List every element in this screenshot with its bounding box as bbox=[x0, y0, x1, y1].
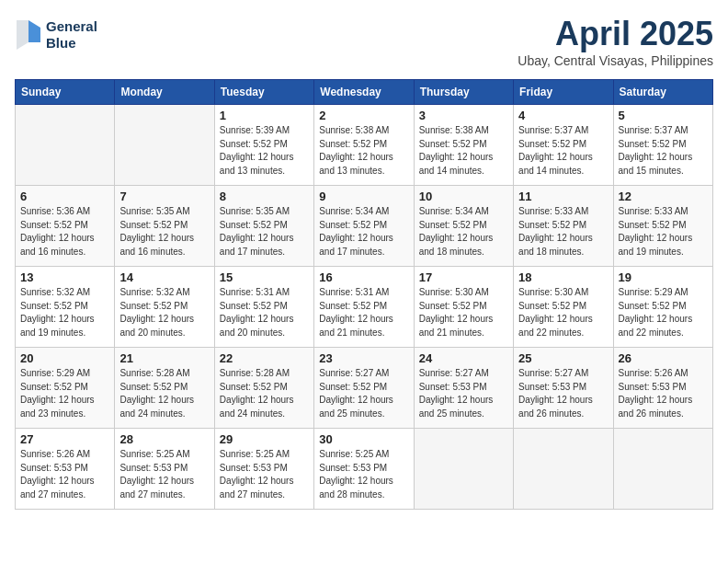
title-area: April 2025 Ubay, Central Visayas, Philip… bbox=[518, 15, 713, 68]
sunrise-text: Sunrise: 5:25 AM bbox=[119, 449, 189, 459]
sunrise-text: Sunrise: 5:38 AM bbox=[419, 125, 489, 135]
sunrise-text: Sunrise: 5:31 AM bbox=[220, 287, 290, 297]
daylight-text: Daylight: 12 hours and 13 minutes. bbox=[319, 152, 393, 176]
calendar-cell: 30Sunrise: 5:25 AMSunset: 5:53 PMDayligh… bbox=[314, 429, 414, 510]
day-number: 5 bbox=[619, 109, 708, 122]
logo-flag-icon bbox=[15, 18, 42, 52]
sunrise-text: Sunrise: 5:35 AM bbox=[220, 206, 290, 216]
calendar-cell: 14Sunrise: 5:32 AMSunset: 5:52 PMDayligh… bbox=[115, 267, 214, 348]
day-info: Sunrise: 5:37 AMSunset: 5:52 PMDaylight:… bbox=[518, 124, 608, 178]
daylight-text: Daylight: 12 hours and 20 minutes. bbox=[119, 314, 194, 338]
day-number: 30 bbox=[319, 432, 408, 446]
day-info: Sunrise: 5:35 AMSunset: 5:52 PMDaylight:… bbox=[220, 205, 309, 259]
sunrise-text: Sunrise: 5:37 AM bbox=[619, 125, 688, 135]
day-info: Sunrise: 5:32 AMSunset: 5:52 PMDaylight:… bbox=[119, 286, 209, 339]
calendar-cell: 10Sunrise: 5:34 AMSunset: 5:52 PMDayligh… bbox=[414, 186, 513, 267]
sunrise-text: Sunrise: 5:34 AM bbox=[419, 206, 489, 216]
sunset-text: Sunset: 5:53 PM bbox=[319, 463, 387, 473]
day-info: Sunrise: 5:39 AMSunset: 5:52 PMDaylight:… bbox=[220, 124, 309, 178]
sunset-text: Sunset: 5:52 PM bbox=[518, 139, 586, 149]
day-number: 3 bbox=[419, 109, 508, 122]
daylight-text: Daylight: 12 hours and 26 minutes. bbox=[518, 395, 593, 419]
day-info: Sunrise: 5:31 AMSunset: 5:52 PMDaylight:… bbox=[220, 286, 309, 339]
logo-text: GeneralBlue bbox=[46, 18, 97, 52]
sunrise-text: Sunrise: 5:27 AM bbox=[319, 368, 389, 378]
day-info: Sunrise: 5:25 AMSunset: 5:53 PMDaylight:… bbox=[220, 448, 309, 501]
sunrise-text: Sunrise: 5:34 AM bbox=[319, 206, 389, 216]
day-info: Sunrise: 5:30 AMSunset: 5:52 PMDaylight:… bbox=[419, 286, 508, 339]
day-number: 8 bbox=[220, 190, 309, 203]
sunrise-text: Sunrise: 5:27 AM bbox=[518, 368, 588, 378]
day-number: 11 bbox=[518, 190, 608, 203]
day-number: 29 bbox=[220, 432, 309, 446]
calendar-cell bbox=[414, 429, 513, 510]
day-info: Sunrise: 5:29 AMSunset: 5:52 PMDaylight:… bbox=[20, 367, 109, 420]
day-number: 26 bbox=[619, 351, 708, 365]
day-number: 27 bbox=[20, 432, 109, 446]
sunset-text: Sunset: 5:52 PM bbox=[319, 220, 387, 230]
day-info: Sunrise: 5:38 AMSunset: 5:52 PMDaylight:… bbox=[419, 124, 508, 178]
day-info: Sunrise: 5:30 AMSunset: 5:52 PMDaylight:… bbox=[518, 286, 608, 339]
day-info: Sunrise: 5:27 AMSunset: 5:52 PMDaylight:… bbox=[319, 367, 408, 420]
sunset-text: Sunset: 5:52 PM bbox=[220, 301, 288, 311]
day-number: 24 bbox=[419, 351, 508, 365]
calendar-cell: 13Sunrise: 5:32 AMSunset: 5:52 PMDayligh… bbox=[16, 267, 115, 348]
daylight-text: Daylight: 12 hours and 24 minutes. bbox=[119, 395, 194, 419]
sunset-text: Sunset: 5:53 PM bbox=[518, 382, 586, 392]
sunset-text: Sunset: 5:52 PM bbox=[518, 301, 586, 311]
calendar-cell: 24Sunrise: 5:27 AMSunset: 5:53 PMDayligh… bbox=[414, 348, 513, 429]
calendar-cell: 21Sunrise: 5:28 AMSunset: 5:52 PMDayligh… bbox=[115, 348, 214, 429]
month-title: April 2025 bbox=[518, 15, 713, 53]
day-number: 17 bbox=[419, 270, 508, 284]
daylight-text: Daylight: 12 hours and 19 minutes. bbox=[619, 233, 693, 257]
sunset-text: Sunset: 5:53 PM bbox=[20, 463, 88, 473]
daylight-text: Daylight: 12 hours and 15 minutes. bbox=[619, 152, 693, 176]
sunrise-text: Sunrise: 5:28 AM bbox=[220, 368, 290, 378]
calendar-cell: 1Sunrise: 5:39 AMSunset: 5:52 PMDaylight… bbox=[214, 105, 313, 186]
day-info: Sunrise: 5:28 AMSunset: 5:52 PMDaylight:… bbox=[220, 367, 309, 420]
calendar-cell: 29Sunrise: 5:25 AMSunset: 5:53 PMDayligh… bbox=[214, 429, 313, 510]
svg-marker-1 bbox=[17, 20, 28, 50]
daylight-text: Daylight: 12 hours and 21 minutes. bbox=[319, 314, 393, 338]
daylight-text: Daylight: 12 hours and 22 minutes. bbox=[518, 314, 593, 338]
sunset-text: Sunset: 5:52 PM bbox=[419, 139, 487, 149]
calendar-cell: 2Sunrise: 5:38 AMSunset: 5:52 PMDaylight… bbox=[314, 105, 414, 186]
calendar-cell: 12Sunrise: 5:33 AMSunset: 5:52 PMDayligh… bbox=[613, 186, 712, 267]
day-info: Sunrise: 5:25 AMSunset: 5:53 PMDaylight:… bbox=[319, 448, 408, 501]
sunrise-text: Sunrise: 5:37 AM bbox=[518, 125, 588, 135]
day-number: 16 bbox=[319, 270, 408, 284]
sunset-text: Sunset: 5:52 PM bbox=[20, 301, 88, 311]
sunrise-text: Sunrise: 5:38 AM bbox=[319, 125, 389, 135]
calendar-cell: 22Sunrise: 5:28 AMSunset: 5:52 PMDayligh… bbox=[214, 348, 313, 429]
calendar-cell: 11Sunrise: 5:33 AMSunset: 5:52 PMDayligh… bbox=[514, 186, 613, 267]
day-number: 2 bbox=[319, 109, 408, 122]
sunrise-text: Sunrise: 5:32 AM bbox=[20, 287, 90, 297]
weekday-header-tuesday: Tuesday bbox=[214, 80, 313, 105]
day-number: 22 bbox=[220, 351, 309, 365]
day-info: Sunrise: 5:37 AMSunset: 5:52 PMDaylight:… bbox=[619, 124, 708, 178]
daylight-text: Daylight: 12 hours and 20 minutes. bbox=[220, 314, 294, 338]
calendar-cell: 26Sunrise: 5:26 AMSunset: 5:53 PMDayligh… bbox=[613, 348, 712, 429]
calendar-cell: 4Sunrise: 5:37 AMSunset: 5:52 PMDaylight… bbox=[514, 105, 613, 186]
daylight-text: Daylight: 12 hours and 13 minutes. bbox=[220, 152, 294, 176]
calendar-cell: 18Sunrise: 5:30 AMSunset: 5:52 PMDayligh… bbox=[514, 267, 613, 348]
day-number: 21 bbox=[119, 351, 209, 365]
daylight-text: Daylight: 12 hours and 28 minutes. bbox=[319, 476, 393, 500]
calendar-cell: 28Sunrise: 5:25 AMSunset: 5:53 PMDayligh… bbox=[115, 429, 214, 510]
calendar-cell: 3Sunrise: 5:38 AMSunset: 5:52 PMDaylight… bbox=[414, 105, 513, 186]
sunrise-text: Sunrise: 5:31 AM bbox=[319, 287, 389, 297]
sunrise-text: Sunrise: 5:28 AM bbox=[119, 368, 189, 378]
sunset-text: Sunset: 5:52 PM bbox=[319, 382, 387, 392]
daylight-text: Daylight: 12 hours and 27 minutes. bbox=[119, 476, 194, 500]
weekday-header-monday: Monday bbox=[115, 80, 214, 105]
calendar-cell: 17Sunrise: 5:30 AMSunset: 5:52 PMDayligh… bbox=[414, 267, 513, 348]
daylight-text: Daylight: 12 hours and 16 minutes. bbox=[20, 233, 95, 257]
sunrise-text: Sunrise: 5:27 AM bbox=[419, 368, 489, 378]
calendar-cell bbox=[115, 105, 214, 186]
daylight-text: Daylight: 12 hours and 22 minutes. bbox=[619, 314, 693, 338]
week-row: 1Sunrise: 5:39 AMSunset: 5:52 PMDaylight… bbox=[16, 105, 713, 186]
calendar-cell: 7Sunrise: 5:35 AMSunset: 5:52 PMDaylight… bbox=[115, 186, 214, 267]
sunset-text: Sunset: 5:53 PM bbox=[119, 463, 188, 473]
daylight-text: Daylight: 12 hours and 19 minutes. bbox=[20, 314, 95, 338]
day-info: Sunrise: 5:31 AMSunset: 5:52 PMDaylight:… bbox=[319, 286, 408, 339]
